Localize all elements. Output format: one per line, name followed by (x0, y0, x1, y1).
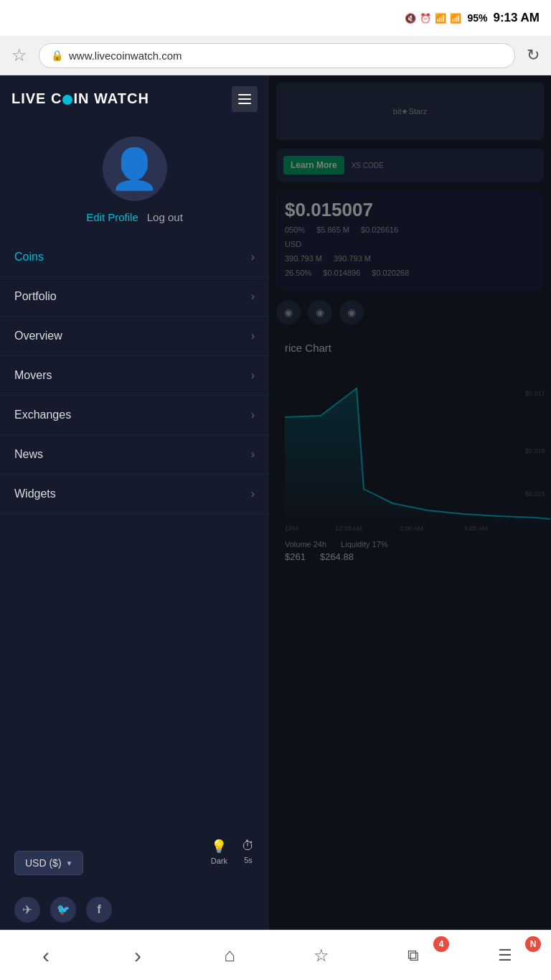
user-icon: 👤 (110, 146, 159, 192)
currency-stat: USD (285, 240, 301, 248)
signal-icon: 📶 (450, 13, 461, 24)
nav-label-overview: Overview (14, 330, 62, 342)
lock-icon: 🔒 (51, 50, 63, 61)
bookmark-star-icon: ☆ (314, 946, 329, 966)
chevron-right-icon: › (251, 369, 255, 382)
sidebar-item-news[interactable]: News › (0, 435, 269, 475)
chart-title: rice Chart (285, 342, 535, 354)
nav-menu-button[interactable]: ☰ N (459, 930, 551, 980)
change-stat: 050% (285, 225, 305, 234)
share-icon-1[interactable]: ◉ (276, 300, 301, 325)
facebook-icon[interactable]: f (86, 897, 112, 923)
sidebar-item-exchanges[interactable]: Exchanges › (0, 396, 269, 435)
nav-forward-button[interactable]: › (92, 930, 184, 980)
twitter-icon[interactable]: 🐦 (50, 897, 76, 923)
stats-row-1: 050% $5.865 M $0.026616 (285, 225, 535, 234)
chevron-right-icon: › (251, 409, 255, 421)
learn-more-btn: Learn More (283, 156, 344, 174)
chevron-right-icon: › (251, 448, 255, 461)
nav-home-button[interactable]: ⌂ (184, 930, 276, 980)
stats-row-2: USD (285, 240, 535, 248)
share-icon-3[interactable]: ◉ (339, 300, 364, 325)
app-title: LIVE CIN WATCH (11, 90, 149, 107)
notification-badge: N (525, 936, 541, 952)
share-icons-row: ◉ ◉ ◉ (276, 300, 544, 325)
currency-selector[interactable]: USD ($) ▼ (14, 851, 83, 875)
twitter-symbol: 🐦 (57, 903, 70, 916)
telegram-icon[interactable]: ✈ (14, 897, 40, 923)
status-icons: 🔇 ⏰ 📶 📶 (405, 13, 461, 24)
current-price: $0.015007 (285, 199, 535, 221)
chevron-right-icon: › (251, 487, 255, 500)
avatar-section: 👤 Edit Profile Log out (0, 122, 269, 230)
tabs-badge: 4 (433, 936, 449, 952)
currency-label: USD ($) (25, 857, 62, 869)
back-icon: ‹ (42, 943, 50, 968)
sidebar-item-overview[interactable]: Overview › (0, 317, 269, 356)
liquidity-value: $264.88 (320, 551, 354, 562)
home-icon: ⌂ (224, 944, 235, 966)
clock-icon: ⏰ (420, 13, 431, 24)
time-display: 9:13 AM (493, 11, 540, 25)
app-header: LIVE CIN WATCH (0, 75, 269, 122)
sidebar-footer: USD ($) ▼ 💡 Dark ⏱ 5s ✈ (0, 839, 269, 937)
url-bar[interactable]: 🔒 www.livecoinwatch.com (39, 43, 515, 68)
sidebar-item-movers[interactable]: Movers › (0, 356, 269, 396)
wifi-icon: 📶 (435, 13, 446, 24)
ath-stat: $0.026616 (361, 225, 398, 234)
hamburger-line (238, 94, 251, 95)
svg-text:6:00 AM: 6:00 AM (464, 525, 488, 532)
nav-label-exchanges: Exchanges (14, 409, 71, 421)
interval-label: 5s (244, 856, 253, 864)
right-panel-content: bit★Starz Learn More XS CODE $0.015007 0… (269, 75, 551, 570)
supply-stat: 390.793 M (285, 254, 322, 263)
liquidity-label: Liquidity 17% (341, 540, 387, 549)
nav-label-movers: Movers (14, 369, 52, 382)
refresh-interval-toggle[interactable]: ⏱ 5s (242, 839, 255, 864)
chart-values: $261 $264.88 (285, 551, 535, 562)
logout-link[interactable]: Log out (147, 211, 183, 223)
theme-controls: 💡 Dark ⏱ 5s (211, 839, 255, 865)
reload-icon[interactable]: ↻ (527, 46, 540, 65)
mcap-stat: $5.865 M (316, 225, 349, 234)
nav-back-button[interactable]: ‹ (0, 930, 92, 980)
low-price: $0.014896 (323, 269, 360, 277)
chart-legend: Volume 24h Liquidity 17% (285, 540, 535, 549)
hamburger-button[interactable] (232, 86, 258, 112)
share-icon-2[interactable]: ◉ (308, 300, 332, 325)
ad-banner: bit★Starz (276, 83, 544, 140)
mute-icon: 🔇 (405, 13, 416, 24)
menu-icon: ☰ (498, 946, 512, 965)
dark-label: Dark (211, 857, 227, 865)
sidebar-item-widgets[interactable]: Widgets › (0, 475, 269, 514)
ad-text: bit★Starz (393, 107, 427, 116)
hamburger-line (238, 103, 251, 104)
social-icons: ✈ 🐦 f (14, 897, 255, 923)
dark-mode-toggle[interactable]: 💡 Dark (211, 839, 227, 865)
nav-bookmarks-button[interactable]: ☆ (276, 930, 367, 980)
price-section: $0.015007 050% $5.865 M $0.026616 USD 39… (276, 190, 544, 291)
nav-label-coins: Coins (14, 251, 44, 263)
total-supply-stat: 390.793 M (334, 254, 371, 263)
sidebar-item-portfolio[interactable]: Portfolio › (0, 277, 269, 317)
svg-marker-0 (285, 388, 550, 532)
volume-label: Volume 24h (285, 540, 326, 549)
chart-area: rice Chart 1PM 12:00 AM 3:00 AM 6:00 AM (276, 333, 544, 563)
nav-label-news: News (14, 448, 43, 461)
logo-dot (62, 95, 72, 105)
bottom-nav: ‹ › ⌂ ☆ ⧉ 4 ☰ N (0, 930, 551, 980)
low-stat: 26.50% (285, 269, 311, 277)
dropdown-arrow-icon: ▼ (66, 859, 73, 867)
nav-label-portfolio: Portfolio (14, 290, 57, 303)
high-price: $0.020268 (372, 269, 409, 277)
svg-text:$0.015: $0.015 (525, 490, 545, 498)
edit-profile-link[interactable]: Edit Profile (86, 211, 138, 223)
right-panel: bit★Starz Learn More XS CODE $0.015007 0… (269, 75, 551, 937)
svg-text:12:00 AM: 12:00 AM (335, 525, 362, 532)
hamburger-line (238, 98, 251, 100)
bookmark-icon[interactable]: ☆ (11, 45, 27, 65)
nav-tabs-button[interactable]: ⧉ 4 (367, 930, 459, 980)
sidebar-item-coins[interactable]: Coins › (0, 238, 269, 277)
facebook-symbol: f (97, 902, 101, 917)
ad-banner-2: Learn More XS CODE (276, 149, 544, 182)
